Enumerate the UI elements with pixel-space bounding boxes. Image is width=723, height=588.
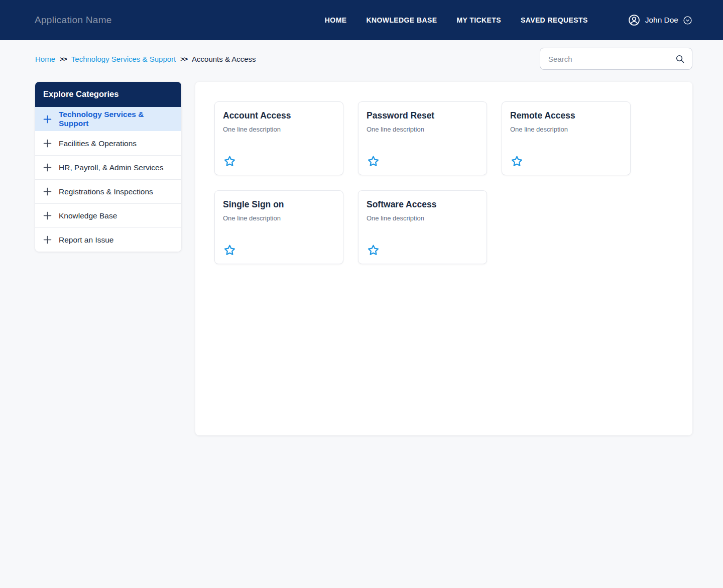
sidebar-item-report-an-issue[interactable]: Report an Issue [35,227,181,252]
card-title: Software Access [367,199,478,210]
sidebar-item-label: Registrations & Inspections [59,187,153,196]
user-name: John Doe [645,16,678,25]
plus-icon [43,236,52,244]
card-description: One line description [223,126,335,133]
top-navigation-bar: Application Name HOME KNOWLEDGE BASE MY … [0,0,723,40]
breadcrumb-separator: >> [60,55,67,63]
star-outline-icon [367,155,380,168]
sidebar-item-knowledge-base[interactable]: Knowledge Base [35,203,181,227]
favorite-button[interactable] [367,155,381,168]
sidebar-title: Explore Categories [35,82,181,107]
card-description: One line description [510,126,622,133]
sidebar-item-label: Facilities & Operations [59,139,137,148]
categories-sidebar: Explore Categories Technology Services &… [35,82,181,252]
search-box [540,48,692,70]
services-panel: Account Access One line description Pass… [195,82,692,435]
search-icon [674,53,686,65]
nav-my-tickets[interactable]: MY TICKETS [456,16,501,24]
nav-knowledge-base[interactable]: KNOWLEDGE BASE [366,16,437,24]
card-description: One line description [367,214,478,222]
sidebar-item-registrations-inspections[interactable]: Registrations & Inspections [35,179,181,203]
card-account-access[interactable]: Account Access One line description [214,101,343,175]
plus-icon [43,187,52,196]
breadcrumb-row: Home >> Technology Services & Support >>… [35,48,692,70]
sidebar-item-facilities-operations[interactable]: Facilities & Operations [35,131,181,155]
user-menu[interactable]: John Doe [628,14,692,27]
card-software-access[interactable]: Software Access One line description [358,190,487,264]
star-outline-icon [223,244,236,257]
breadcrumb-home-link[interactable]: Home [35,55,55,63]
breadcrumb: Home >> Technology Services & Support >>… [35,55,256,63]
search-input[interactable] [548,55,674,63]
sidebar-item-technology-services[interactable]: Technology Services & Support [35,107,181,131]
chevron-down-circle-icon[interactable] [683,16,692,25]
plus-icon [43,139,52,148]
favorite-button[interactable] [223,244,237,257]
star-outline-icon [223,155,236,168]
app-title: Application Name [35,15,112,26]
plus-icon [43,211,52,220]
user-circle-icon [628,14,641,27]
sidebar-item-label: Report an Issue [59,236,113,245]
search-button[interactable] [674,53,686,65]
service-card-grid: Account Access One line description Pass… [214,101,673,264]
card-description: One line description [367,126,478,133]
favorite-button[interactable] [510,155,524,168]
primary-nav: HOME KNOWLEDGE BASE MY TICKETS SAVED REQ… [325,14,692,27]
plus-icon [43,163,52,172]
sidebar-item-label: Knowledge Base [59,211,117,220]
card-description: One line description [223,214,335,222]
sidebar-item-label: Technology Services & Support [59,110,173,128]
card-title: Account Access [223,110,335,121]
star-outline-icon [367,244,380,257]
plus-icon [43,115,52,124]
card-title: Remote Access [510,110,622,121]
favorite-button[interactable] [367,244,381,257]
sidebar-item-hr-payroll-admin[interactable]: HR, Payroll, & Admin Services [35,155,181,179]
breadcrumb-current-page: Accounts & Access [192,55,256,63]
card-password-reset[interactable]: Password Reset One line description [358,101,487,175]
nav-home[interactable]: HOME [325,16,347,24]
nav-saved-requests[interactable]: SAVED REQUESTS [521,16,588,24]
breadcrumb-separator: >> [180,55,187,63]
sidebar-item-label: HR, Payroll, & Admin Services [59,163,163,172]
card-single-sign-on[interactable]: Single Sign on One line description [214,190,343,264]
card-title: Password Reset [367,110,478,121]
favorite-button[interactable] [223,155,237,168]
card-remote-access[interactable]: Remote Access One line description [502,101,631,175]
card-title: Single Sign on [223,199,335,210]
star-outline-icon [510,155,524,168]
breadcrumb-tech-services-link[interactable]: Technology Services & Support [71,55,176,63]
